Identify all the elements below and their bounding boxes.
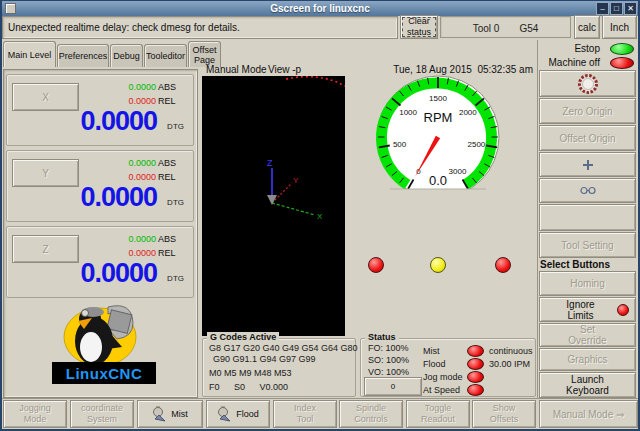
index-tool-label: Index Tool <box>288 403 322 425</box>
jogging-mode-label: Jogging Mode <box>12 403 58 425</box>
y-abs-value: 0.0000 <box>86 158 156 168</box>
tab-tooleditor[interactable]: Tooleditor <box>144 44 187 67</box>
spindle-right-led[interactable] <box>495 257 511 273</box>
rel-label: REL <box>158 96 184 106</box>
flood-led[interactable] <box>467 358 484 370</box>
abs-label: ABS <box>158 82 184 92</box>
gauge-title: RPM <box>424 110 453 125</box>
spindle-controls-label: Spindle Controls <box>348 403 394 425</box>
tool-status-box: Tool 0 G54 <box>440 16 571 38</box>
coordinate-system-label: coordinate System <box>73 403 131 425</box>
axis-frame-x: X 0.0000 ABS 0.0000 REL 0.0000 DTG <box>6 74 194 146</box>
gscreen-window: Gscreen for linuxcnc – □ ✕ Unexpected re… <box>0 0 640 431</box>
jogging-mode-button[interactable]: Jogging Mode <box>3 400 67 428</box>
flood-button[interactable]: Flood <box>206 400 270 428</box>
clear-status-button[interactable]: Clear status <box>400 15 438 39</box>
units-button[interactable]: Inch <box>602 15 637 39</box>
machine-off-led[interactable] <box>610 57 634 69</box>
abs-label: ABS <box>158 234 184 244</box>
set-override-label: Set Override <box>562 324 614 346</box>
z-axis-label: Z <box>267 158 273 168</box>
axis-y-button[interactable]: Y <box>12 159 79 187</box>
right-panel-separator <box>537 40 538 399</box>
x-abs-value: 0.0000 <box>86 82 156 92</box>
spindle-override: SO: 100% <box>368 355 409 365</box>
at-speed-led[interactable] <box>467 384 484 396</box>
move-cross-icon-button[interactable] <box>539 152 636 177</box>
estop-led[interactable] <box>610 43 634 55</box>
z-abs-value: 0.0000 <box>86 234 156 244</box>
ignore-limits-button[interactable]: Ignore Limits <box>539 297 636 322</box>
spindle-controls-button[interactable]: Spindle Controls <box>339 400 403 428</box>
flood-button-label: Flood <box>236 409 259 420</box>
close-button[interactable]: ✕ <box>624 2 637 15</box>
show-offsets-button[interactable]: Show Offsets <box>472 400 536 428</box>
window-title: Gscreen for linuxcnc <box>2 1 638 16</box>
blank-button[interactable] <box>539 204 636 231</box>
tab-preferences[interactable]: Preferences <box>57 44 109 67</box>
toggle-readout-label: Toggle Readout <box>416 403 460 425</box>
jog-mode-led[interactable] <box>467 371 484 383</box>
v-word: V0.000 <box>260 382 289 392</box>
mist-led[interactable] <box>467 345 484 357</box>
logo-caption-box: LinuxCNC <box>52 362 156 384</box>
set-override-button[interactable]: Set Override <box>539 323 636 347</box>
rel-label: REL <box>158 248 184 258</box>
gcodes-line2: G90 G91.1 G94 G97 G99 <box>213 354 316 364</box>
at-speed-label: At Speed <box>423 385 460 395</box>
f-word: F0 <box>209 382 220 392</box>
glasses-icon-button[interactable] <box>539 178 636 203</box>
gcodes-frame-title: G Codes Active <box>207 332 279 342</box>
minimize-button[interactable]: – <box>596 2 609 15</box>
axis-frame-z: Z 0.0000 ABS 0.0000 REL 0.0000 DTG <box>6 226 194 298</box>
mist-label: Mist <box>423 346 440 356</box>
select-buttons-label: Select Buttons <box>540 259 610 270</box>
bottom-row-separator <box>2 398 638 399</box>
axis-x-button[interactable]: X <box>12 83 79 111</box>
show-offsets-label: Show Offsets <box>484 403 524 425</box>
glasses-icon <box>580 186 596 195</box>
tab-main-level[interactable]: Main Level <box>3 41 56 67</box>
mist-button-label: Mist <box>171 409 188 420</box>
tool-setting-button[interactable]: Tool Setting <box>539 232 636 258</box>
svg-text:2500: 2500 <box>468 140 486 149</box>
clock-icon <box>577 73 599 95</box>
statusbar-message: Unexpected realtime delay: check dmesg f… <box>3 22 240 33</box>
manual-mode-button[interactable]: Manual Mode ⇒ <box>539 400 638 428</box>
ignore-limits-led <box>617 304 629 316</box>
preview-graphics: Z Y X <box>202 76 345 336</box>
z-dtg-value: 0.0000 <box>80 258 157 289</box>
spindle-left-led[interactable] <box>368 257 384 273</box>
svg-text:1000: 1000 <box>399 108 417 117</box>
dtg-label: DTG <box>167 274 184 283</box>
coordinate-system-button[interactable]: coordinate System <box>70 400 134 428</box>
jog-mode-label: Jog mode <box>423 372 463 382</box>
calc-button[interactable]: calc <box>574 15 600 39</box>
statusbar-message-box: Unexpected realtime delay: check dmesg f… <box>2 16 398 39</box>
abs-label: ABS <box>158 158 184 168</box>
zero-origin-button[interactable]: Zero Origin <box>539 98 636 124</box>
feed-override: FO: 100% <box>368 343 409 353</box>
ignore-limits-label: Ignore Limits <box>556 299 606 321</box>
jog-increment-button[interactable]: 0 <box>364 377 422 396</box>
launch-keyboard-button[interactable]: Launch Keyboard <box>539 372 636 398</box>
toolpath-arc <box>286 77 345 86</box>
offset-origin-button[interactable]: Offset Origin <box>539 125 636 151</box>
gauge-value: 0.0 <box>429 173 447 188</box>
status-frame: Status FO: 100% SO: 100% VO: 100% 0 Mist… <box>360 338 536 397</box>
titlebar[interactable]: Gscreen for linuxcnc – □ ✕ <box>2 1 638 16</box>
homing-button[interactable]: Homing <box>539 271 636 296</box>
graphics-button[interactable]: Graphics <box>539 348 636 371</box>
mcodes-line: M0 M5 M9 M48 M53 <box>209 368 292 378</box>
maximize-button[interactable]: □ <box>610 2 623 15</box>
gremlin-preview[interactable]: Z Y X <box>202 76 345 336</box>
clock-icon-button[interactable] <box>539 70 636 97</box>
x-dtg-value: 0.0000 <box>80 106 157 137</box>
toggle-readout-button[interactable]: Toggle Readout <box>406 400 470 428</box>
spindle-stop-led[interactable] <box>430 257 446 273</box>
tab-debug[interactable]: Debug <box>110 44 143 67</box>
index-tool-button[interactable]: Index Tool <box>273 400 337 428</box>
axis-z-button[interactable]: Z <box>12 235 79 263</box>
svg-text:2000: 2000 <box>459 108 477 117</box>
mist-button[interactable]: Mist <box>137 400 203 428</box>
